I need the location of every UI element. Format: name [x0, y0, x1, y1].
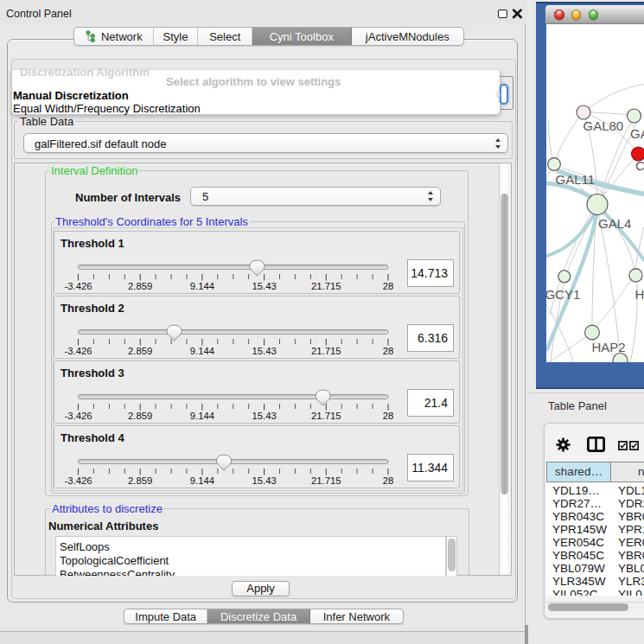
svg-text:28: 28	[383, 281, 394, 291]
svg-text:15.43: 15.43	[252, 411, 276, 421]
svg-text:-3.426: -3.426	[64, 281, 92, 291]
svg-text:2.859: 2.859	[128, 411, 152, 421]
svg-text:2.859: 2.859	[128, 346, 152, 356]
svg-text:21.715: 21.715	[311, 411, 341, 421]
svg-text:-3.426: -3.426	[64, 411, 92, 421]
svg-text:21.715: 21.715	[311, 346, 341, 356]
svg-text:21.715: 21.715	[311, 281, 341, 291]
svg-text:21.715: 21.715	[311, 475, 341, 486]
svg-text:GAL4: GAL4	[598, 216, 631, 231]
svg-text:GAL80: GAL80	[583, 118, 624, 133]
svg-text:GAL11: GAL11	[556, 172, 596, 187]
svg-text:9.144: 9.144	[190, 281, 214, 291]
svg-text:2.859: 2.859	[128, 475, 152, 486]
svg-text:2.859: 2.859	[128, 281, 152, 291]
svg-text:28: 28	[383, 346, 394, 356]
svg-text:GA: GA	[630, 126, 644, 141]
svg-text:HAP2: HAP2	[592, 340, 626, 354]
svg-text:15.43: 15.43	[252, 475, 276, 486]
svg-text:28: 28	[383, 475, 394, 486]
svg-text:9.144: 9.144	[190, 411, 214, 421]
svg-text:15.43: 15.43	[252, 281, 276, 291]
svg-text:9.144: 9.144	[190, 475, 214, 486]
svg-text:GCY1: GCY1	[546, 287, 580, 302]
svg-text:15.43: 15.43	[252, 346, 276, 356]
svg-text:-3.426: -3.426	[64, 346, 92, 356]
svg-text:C: C	[635, 158, 644, 173]
svg-text:H: H	[635, 287, 644, 302]
svg-text:28: 28	[383, 411, 394, 421]
svg-text:9.144: 9.144	[190, 346, 214, 356]
svg-text:-3.426: -3.426	[64, 475, 92, 486]
